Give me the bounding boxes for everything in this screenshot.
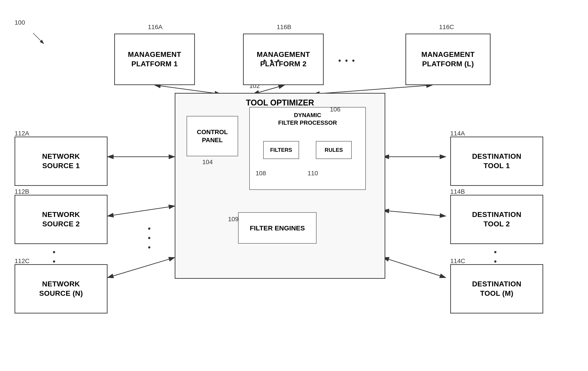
ref-116C: 116C bbox=[439, 23, 454, 31]
filters-label: FILTERS bbox=[270, 146, 292, 153]
svg-line-11 bbox=[383, 210, 446, 216]
destination-tool-M-label: DESTINATIONTOOL (M) bbox=[472, 279, 521, 298]
filter-engines-label: FILTER ENGINES bbox=[250, 224, 305, 232]
ref-114C: 114C bbox=[450, 258, 465, 265]
destination-tool-1-label: DESTINATIONTOOL 1 bbox=[472, 152, 521, 170]
ref-104: 104 bbox=[202, 158, 213, 166]
dynamic-filter-processor-label: DYNAMICFILTER PROCESSOR bbox=[278, 112, 337, 126]
tool-optimizer-title: TOOL OPTIMIZER bbox=[175, 98, 385, 107]
ref-114B: 114B bbox=[450, 188, 465, 195]
svg-line-4 bbox=[155, 85, 221, 94]
destination-tool-M-box: DESTINATIONTOOL (M) bbox=[450, 264, 543, 313]
destination-tool-1-box: DESTINATIONTOOL 1 bbox=[450, 137, 543, 186]
ref-106: 106 bbox=[330, 106, 340, 113]
management-platform-L-label: MANAGEMENTPLATFORM (L) bbox=[421, 50, 475, 69]
control-panel-label: CONTROLPANEL bbox=[197, 128, 228, 144]
ref-100: 100 bbox=[15, 19, 25, 26]
network-source-N-label: NETWORKSOURCE (N) bbox=[39, 279, 83, 298]
destination-tool-2-box: DESTINATIONTOOL 2 bbox=[450, 195, 543, 244]
management-platform-1-box: MANAGEMENTPLATFORM 1 bbox=[114, 34, 195, 85]
network-source-2-label: NETWORKSOURCE 2 bbox=[42, 210, 80, 229]
rules-box: RULES bbox=[316, 141, 352, 159]
ref-112C: 112C bbox=[15, 258, 30, 265]
ref-114A: 114A bbox=[450, 130, 465, 137]
management-platform-L-box: MANAGEMENTPLATFORM (L) bbox=[405, 34, 491, 85]
main-left-dots: ••• bbox=[148, 224, 152, 252]
mgmt-middle-dots: • • • bbox=[263, 56, 281, 65]
diagram: 100 TOOL OPTIMIZER 102 CONTROLPANEL 104 … bbox=[0, 0, 588, 371]
management-platform-2-box: MANAGEMENTPLATFORM 2 bbox=[243, 34, 324, 85]
ref-109: 109 bbox=[228, 216, 239, 223]
control-panel-box: CONTROLPANEL bbox=[187, 116, 238, 156]
filter-engines-box: FILTER ENGINES bbox=[238, 212, 316, 244]
dynamic-filter-processor-box: DYNAMICFILTER PROCESSOR FILTERS RULES bbox=[249, 107, 366, 190]
tool-optimizer-box: TOOL OPTIMIZER 102 CONTROLPANEL 104 DYNA… bbox=[175, 93, 385, 279]
svg-line-8 bbox=[107, 206, 175, 216]
network-source-N-box: NETWORKSOURCE (N) bbox=[15, 264, 107, 313]
svg-line-9 bbox=[107, 258, 175, 278]
svg-line-6 bbox=[314, 85, 432, 94]
network-source-1-box: NETWORKSOURCE 1 bbox=[15, 137, 107, 186]
ref-116B: 116B bbox=[277, 23, 291, 31]
ref-112B: 112B bbox=[15, 188, 29, 195]
filters-box: FILTERS bbox=[263, 141, 299, 159]
network-source-2-box: NETWORKSOURCE 2 bbox=[15, 195, 107, 244]
svg-line-16 bbox=[33, 33, 44, 44]
ref-116A: 116A bbox=[148, 23, 162, 31]
destination-tool-2-label: DESTINATIONTOOL 2 bbox=[472, 210, 521, 229]
ref-112A: 112A bbox=[15, 130, 29, 137]
management-platform-1-label: MANAGEMENTPLATFORM 1 bbox=[128, 50, 181, 69]
mgmt-dots: • • • bbox=[338, 56, 356, 65]
ref-108: 108 bbox=[256, 170, 266, 177]
rules-label: RULES bbox=[325, 146, 343, 153]
ref-110: 110 bbox=[307, 170, 318, 177]
svg-line-12 bbox=[383, 258, 446, 278]
network-source-1-label: NETWORKSOURCE 1 bbox=[42, 152, 80, 170]
